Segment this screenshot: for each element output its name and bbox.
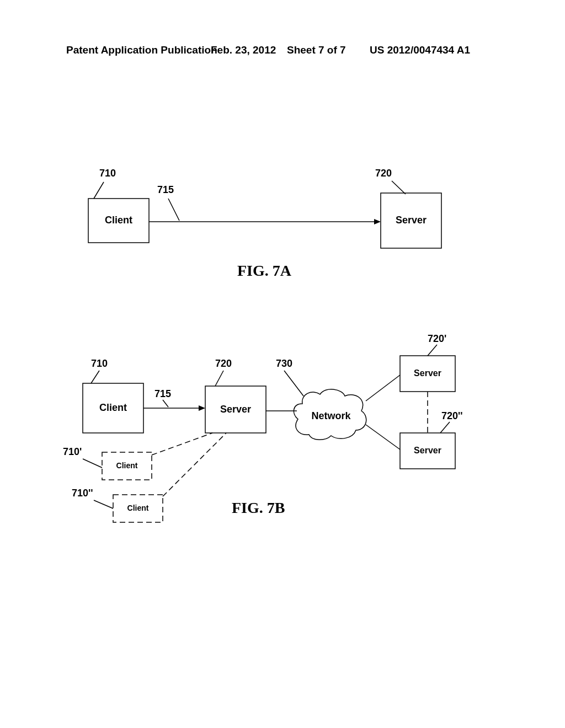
figure-title: FIG. 7B bbox=[232, 499, 285, 516]
server-2-ref: 720' bbox=[428, 333, 446, 344]
link-ref: 715 bbox=[157, 184, 174, 195]
client-ref: 710 bbox=[91, 358, 108, 369]
client-box: Client 710 bbox=[83, 358, 143, 433]
server-label: Server bbox=[220, 404, 251, 415]
link-715: 715 bbox=[143, 388, 205, 411]
network-ref: 730 bbox=[276, 358, 292, 369]
server-2-box: Server 720' bbox=[400, 333, 455, 392]
page: Patent Application Publication Feb. 23, … bbox=[0, 0, 565, 728]
client-ref: 710 bbox=[99, 168, 116, 179]
header-pub-number: US 2012/0047434 A1 bbox=[370, 44, 470, 56]
network-label: Network bbox=[311, 410, 351, 421]
net-server3-link bbox=[366, 425, 400, 449]
server-2-leader bbox=[428, 345, 437, 356]
server-box: Server 720 bbox=[375, 168, 441, 248]
figure-7a: Client 710 Server 720 715 FIG. 7A bbox=[83, 160, 480, 287]
net-server2-link bbox=[366, 375, 400, 401]
client-3-leader bbox=[94, 500, 113, 508]
client-3-box: Client 710'' bbox=[72, 488, 163, 522]
header-date: Feb. 23, 2012 bbox=[211, 44, 276, 56]
dashed-link-2 bbox=[163, 433, 226, 496]
link-ref: 715 bbox=[154, 388, 171, 399]
client-label: Client bbox=[105, 215, 132, 226]
client-3-ref: 710'' bbox=[72, 488, 93, 499]
dashed-link-1 bbox=[152, 433, 212, 455]
link-leader bbox=[168, 199, 179, 221]
network-cloud: Network 730 bbox=[276, 358, 366, 440]
figure-7b: Client 710 Client 710' Client 710'' Serv… bbox=[61, 331, 502, 552]
client-leader bbox=[91, 371, 99, 383]
link-arrowhead-icon bbox=[199, 405, 205, 411]
header-sheet: Sheet 7 of 7 bbox=[287, 44, 346, 56]
server-box: Server 720 bbox=[205, 358, 266, 433]
server-3-ref: 720'' bbox=[441, 410, 463, 421]
client-2-label: Client bbox=[116, 461, 138, 470]
server-leader bbox=[215, 371, 223, 386]
link-715: 715 bbox=[149, 184, 381, 224]
server-leader bbox=[392, 181, 406, 194]
network-leader bbox=[284, 371, 303, 396]
client-3-label: Client bbox=[127, 504, 149, 512]
server-ref: 720 bbox=[375, 168, 392, 179]
client-leader bbox=[94, 182, 104, 199]
client-2-leader bbox=[83, 459, 102, 468]
client-2-ref: 710' bbox=[63, 446, 82, 457]
server-3-leader bbox=[440, 422, 450, 433]
client-2-box: Client 710' bbox=[63, 446, 152, 480]
server-ref: 720 bbox=[215, 358, 232, 369]
server-label: Server bbox=[396, 215, 427, 226]
figure-title: FIG. 7A bbox=[237, 262, 292, 279]
client-box: Client 710 bbox=[88, 168, 149, 243]
server-3-box: Server 720'' bbox=[400, 410, 463, 469]
link-leader bbox=[163, 400, 168, 407]
server-2-label: Server bbox=[414, 368, 441, 378]
header-publication-type: Patent Application Publication bbox=[66, 44, 217, 56]
client-label: Client bbox=[99, 402, 127, 413]
link-arrowhead-icon bbox=[374, 219, 381, 224]
server-3-label: Server bbox=[414, 446, 441, 455]
